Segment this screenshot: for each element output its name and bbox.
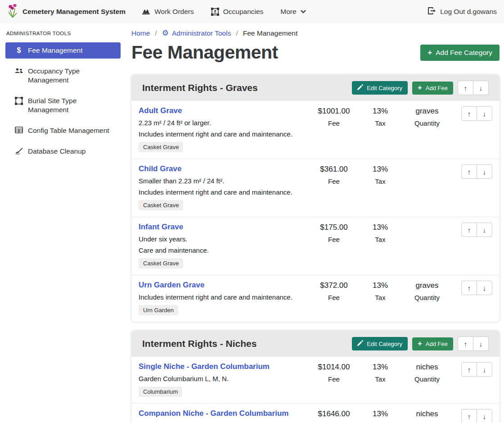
fee-row: Child Grave Smaller than 2.23 m² / 24 ft… (131, 159, 500, 217)
edit-category-label: Edit Category (367, 85, 402, 91)
move-fee-down-button[interactable]: ↓ (477, 409, 492, 423)
add-fee-category-button[interactable]: + Add Fee Category (420, 45, 500, 61)
fee-tax-label: Tax (362, 236, 398, 243)
fee-name-link[interactable]: Child Grave (139, 164, 181, 173)
edit-category-button[interactable]: Edit Category (352, 81, 408, 95)
fee-amount-column: $1001.00 Fee (306, 106, 362, 127)
dollar-icon: $ (14, 46, 23, 55)
broom-icon (14, 147, 23, 155)
fee-description: Includes interment right and care and ma… (139, 188, 306, 196)
move-fee-up-button[interactable]: ↑ (461, 362, 477, 377)
sidebar-item-database-cleanup[interactable]: Database Cleanup (5, 143, 121, 159)
category-actions: Edit Category + Add Fee ↑ ↓ (352, 81, 489, 95)
hard-hat-icon (142, 8, 150, 15)
fee-tax-value: 13% (362, 409, 398, 418)
move-fee-down-button[interactable]: ↓ (477, 164, 492, 179)
move-fee-down-button[interactable]: ↓ (477, 281, 492, 295)
add-fee-button[interactable]: + Add Fee (412, 337, 453, 350)
fee-descriptions: Smaller than 2.23 m² / 24 ft².Includes i… (139, 177, 306, 196)
fee-quantity-column: niches Quantity (398, 409, 456, 423)
fee-row: Adult Grave 2.23 m² / 24 ft² or larger.I… (131, 101, 500, 159)
fee-amount-value: $1001.00 (306, 107, 362, 116)
fee-tax-column: 13% Tax (362, 281, 398, 301)
fee-row: Urn Garden Grave Includes interment righ… (131, 275, 500, 322)
move-category-down-button[interactable]: ↓ (473, 337, 489, 351)
move-fee-up-button[interactable]: ↑ (461, 223, 477, 237)
logout-link[interactable]: Log Out d.gowans (428, 7, 497, 16)
fee-amount-column: $361.00 Fee (306, 164, 362, 185)
edit-category-button[interactable]: Edit Category (352, 337, 408, 350)
sidebar-item-burial-site-type-management[interactable]: Burial Site Type Management (5, 93, 121, 118)
fee-main: Urn Garden Grave Includes interment righ… (139, 281, 306, 315)
fee-tax-column: 13% Tax (362, 409, 398, 423)
sidebar-item-occupancy-type-management[interactable]: Occupancy Type Management (5, 63, 121, 88)
fee-tax-label: Tax (362, 294, 398, 301)
fee-amount-label: Fee (306, 177, 362, 185)
fee-amount-column: $175.00 Fee (306, 223, 362, 243)
fee-type-badge: Casket Grave (139, 200, 183, 210)
fee-name-link[interactable]: Adult Grave (139, 106, 182, 115)
move-category-up-button[interactable]: ↑ (458, 337, 473, 351)
add-fee-label: Add Fee (426, 341, 448, 347)
edit-category-label: Edit Category (367, 341, 402, 347)
breadcrumb-separator: / (155, 29, 157, 37)
fee-reorder-group: ↑ ↓ (461, 409, 492, 423)
breadcrumb-home-link[interactable]: Home (131, 29, 150, 37)
fee-amount-value: $175.00 (306, 223, 362, 232)
add-fee-label: Add Fee (426, 85, 448, 91)
fee-name-link[interactable]: Urn Garden Grave (139, 281, 204, 290)
fee-type-badge: Casket Grave (139, 258, 183, 268)
fee-type-badge: Casket Grave (139, 142, 183, 152)
app-brand[interactable]: Cemetery Management System (7, 4, 126, 19)
fee-tax-column: 13% Tax (362, 362, 398, 383)
fee-name-link[interactable]: Companion Niche - Garden Columbarium (139, 409, 288, 418)
fee-name-link[interactable]: Infant Grave (139, 223, 183, 232)
fee-row: Infant Grave Under six years.Care and ma… (131, 217, 500, 275)
move-fee-down-button[interactable]: ↓ (477, 106, 492, 121)
table-icon (14, 127, 23, 133)
fee-quantity-value: graves (398, 107, 456, 116)
fee-row: Companion Niche - Garden Columbarium Gar… (131, 404, 500, 423)
chevron-down-icon (301, 10, 306, 14)
fee-quantity-column (398, 164, 456, 168)
fee-description: Under six years. (139, 235, 306, 243)
category-header: Interment Rights - Graves Edit Category … (131, 75, 500, 101)
pencil-icon (357, 340, 363, 347)
fee-quantity-value: niches (398, 363, 456, 372)
plus-icon: + (418, 85, 422, 91)
fee-quantity-label: Quantity (398, 119, 456, 127)
fee-main: Infant Grave Under six years.Care and ma… (139, 223, 306, 268)
fee-amount-column: $372.00 Fee (306, 281, 362, 301)
nav-more[interactable]: More (280, 8, 306, 16)
fee-amount-value: $1014.00 (306, 363, 362, 372)
nav-occupancies[interactable]: Occupancies (211, 8, 264, 16)
move-category-down-button[interactable]: ↓ (473, 81, 489, 95)
sidebar-item-config-table-management[interactable]: Config Table Management (5, 123, 121, 139)
breadcrumb-admin-tools-link[interactable]: ⚙ Administrator Tools (162, 29, 231, 37)
breadcrumb: Home / ⚙ Administrator Tools / Fee Manag… (131, 29, 500, 37)
move-fee-up-button[interactable]: ↑ (461, 164, 477, 179)
move-fee-up-button[interactable]: ↑ (461, 281, 477, 295)
fee-name-link[interactable]: Single Niche - Garden Columbarium (139, 362, 270, 371)
add-fee-button[interactable]: + Add Fee (412, 82, 453, 95)
move-fee-down-button[interactable]: ↓ (477, 362, 492, 377)
tulip-logo-icon (7, 4, 18, 19)
sidebar-item-fee-management[interactable]: $ Fee Management (5, 42, 121, 59)
fee-tax-label: Tax (362, 177, 398, 185)
sidebar-item-label: Occupancy Type Management (28, 67, 116, 85)
sidebar-item-label: Fee Management (28, 46, 83, 55)
nav-work-orders[interactable]: Work Orders (142, 8, 194, 16)
nav-work-orders-label: Work Orders (154, 8, 194, 16)
fee-quantity-column: graves Quantity (398, 106, 456, 127)
fee-type-badge: Urn Garden (139, 305, 178, 315)
move-fee-down-button[interactable]: ↓ (477, 223, 492, 237)
move-fee-up-button[interactable]: ↑ (461, 409, 477, 423)
fee-description: Care and maintenance. (139, 246, 306, 254)
fee-row: Single Niche - Garden Columbarium Garden… (131, 357, 500, 404)
fee-reorder-group: ↑ ↓ (461, 106, 492, 121)
main-content: Home / ⚙ Administrator Tools / Fee Manag… (126, 23, 504, 423)
move-category-up-button[interactable]: ↑ (458, 81, 473, 95)
move-fee-up-button[interactable]: ↑ (461, 106, 477, 121)
fee-quantity-value: niches (398, 409, 456, 418)
category-actions: Edit Category + Add Fee ↑ ↓ (352, 337, 489, 351)
